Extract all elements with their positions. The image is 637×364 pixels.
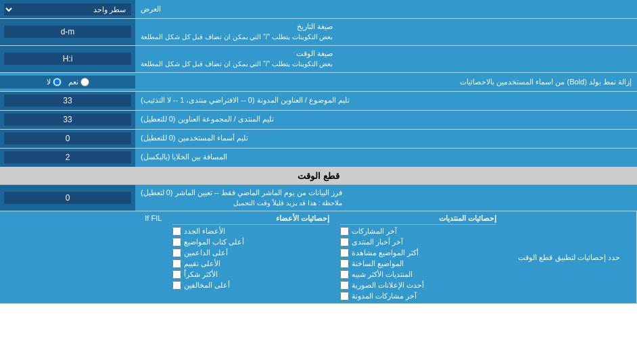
filter-recent-input[interactable] bbox=[4, 192, 131, 204]
time-format-input-cell bbox=[0, 46, 135, 72]
checkboxes-grid: إحصائيات المنتديات آخر المشاركات آخر أخب… bbox=[0, 211, 502, 303]
bold-no-label[interactable]: لا bbox=[47, 78, 62, 86]
stats-apply-label: حدد إحصائيات لتطبيق قطع الوقت bbox=[502, 211, 637, 303]
trim-forum-input-cell bbox=[0, 111, 135, 129]
cb-last-posts[interactable] bbox=[340, 227, 349, 236]
cb-col-members-header: إحصائيات الأعضاء bbox=[172, 214, 329, 225]
trim-forum-label: تليم المنتدى / المجموعة العناوين (0 للتع… bbox=[135, 111, 637, 129]
display-select[interactable]: سطر واحد bbox=[4, 3, 131, 16]
cb-most-thanked[interactable] bbox=[172, 270, 181, 279]
cb-item-announcements: أحدث الإعلانات الصورية bbox=[340, 281, 496, 290]
gap-between-input[interactable] bbox=[4, 151, 131, 163]
cb-top-rated[interactable] bbox=[172, 259, 181, 268]
trim-subjects-row: تليم الموضوع / العناوين المدونة (0 -- ال… bbox=[0, 92, 637, 111]
display-select-cell: سطر واحد bbox=[0, 0, 135, 18]
cb-item-most-thanked: الأكثر شكراً bbox=[172, 270, 329, 279]
cb-col-extra-text: If FIL bbox=[5, 214, 162, 222]
cb-col-forums: إحصائيات المنتديات آخر المشاركات آخر أخب… bbox=[335, 211, 502, 303]
cb-item-new-members: الأعضاء الجدد bbox=[172, 227, 329, 236]
date-format-row: صيغة التاريخ بعض التكوينات يتطلب "/" الت… bbox=[0, 19, 637, 46]
time-format-label: صيغة الوقت بعض التكوينات يتطلب "/" التي … bbox=[135, 46, 637, 72]
cb-announcements[interactable] bbox=[340, 281, 349, 290]
trim-subjects-input-cell bbox=[0, 92, 135, 110]
cb-blog-posts[interactable] bbox=[340, 292, 349, 301]
gap-between-row: المسافة بين الخلايا (بالبكسل) bbox=[0, 149, 637, 167]
trim-subjects-input[interactable] bbox=[4, 95, 131, 107]
trim-forum-row: تليم المنتدى / المجموعة العناوين (0 للتع… bbox=[0, 111, 637, 130]
filter-recent-input-cell bbox=[0, 185, 135, 211]
time-format-row: صيغة الوقت بعض التكوينات يتطلب "/" التي … bbox=[0, 46, 637, 73]
time-cut-header: قطع الوقت bbox=[0, 167, 637, 185]
date-format-input[interactable] bbox=[4, 26, 131, 38]
checkboxes-section: حدد إحصائيات لتطبيق قطع الوقت إحصائيات ا… bbox=[0, 211, 637, 304]
cb-similar-forums[interactable] bbox=[340, 270, 349, 279]
trim-users-row: تليم أسماء المستخدمين (0 للتعطيل) bbox=[0, 130, 637, 149]
date-format-label: صيغة التاريخ بعض التكوينات يتطلب "/" الت… bbox=[135, 19, 637, 45]
gap-between-label: المسافة بين الخلايا (بالبكسل) bbox=[135, 149, 637, 167]
cb-most-viewed[interactable] bbox=[340, 249, 349, 257]
bold-remove-options: نعم لا bbox=[0, 76, 135, 88]
filter-recent-label: فرز البيانات من يوم الماشر الماضي فقط --… bbox=[135, 185, 637, 211]
cb-item-top-violated: أعلى المخالفين bbox=[172, 281, 329, 290]
trim-users-input[interactable] bbox=[4, 132, 131, 145]
filter-recent-row: فرز البيانات من يوم الماشر الماضي فقط --… bbox=[0, 185, 637, 212]
cb-col-members: إحصائيات الأعضاء الأعضاء الجدد أعلى كتاب… bbox=[167, 211, 334, 303]
bold-no-radio[interactable] bbox=[53, 78, 62, 86]
cb-top-donors[interactable] bbox=[172, 249, 181, 257]
cb-forum-news[interactable] bbox=[340, 238, 349, 246]
display-row: العرض سطر واحد bbox=[0, 0, 637, 19]
date-format-input-cell bbox=[0, 19, 135, 45]
bold-remove-label: إزالة نمط بولد (Bold) من اسماء المستخدمي… bbox=[135, 75, 637, 89]
cb-item-hot-topics: المواضيع الساخنة bbox=[340, 259, 496, 268]
cb-item-top-donors: أعلى الداعمين bbox=[172, 249, 329, 257]
time-format-input[interactable] bbox=[4, 53, 131, 65]
cb-item-most-viewed: أكثر المواضيع مشاهدة bbox=[340, 249, 496, 257]
cb-col-forums-header: إحصائيات المنتديات bbox=[340, 214, 496, 225]
trim-users-label: تليم أسماء المستخدمين (0 للتعطيل) bbox=[135, 130, 637, 148]
display-label: العرض bbox=[135, 0, 637, 18]
trim-users-input-cell bbox=[0, 130, 135, 148]
trim-subjects-label: تليم الموضوع / العناوين المدونة (0 -- ال… bbox=[135, 92, 637, 110]
trim-forum-input[interactable] bbox=[4, 113, 131, 126]
cb-col-extra: If FIL bbox=[0, 211, 167, 303]
cb-item-last-posts: آخر المشاركات bbox=[340, 227, 496, 236]
cb-hot-topics[interactable] bbox=[340, 259, 349, 268]
cb-top-topic-writers[interactable] bbox=[172, 238, 181, 246]
bold-yes-radio[interactable] bbox=[80, 78, 89, 86]
cb-item-forum-news: آخر أخبار المنتدى bbox=[340, 238, 496, 246]
gap-between-input-cell bbox=[0, 149, 135, 167]
cb-item-similar-forums: المنتديات الأكثر شبيه bbox=[340, 270, 496, 279]
cb-top-violated[interactable] bbox=[172, 281, 181, 290]
bold-yes-label[interactable]: نعم bbox=[68, 78, 89, 86]
main-container: العرض سطر واحد صيغة التاريخ بعض التكوينا… bbox=[0, 0, 637, 304]
bold-remove-row: إزالة نمط بولد (Bold) من اسماء المستخدمي… bbox=[0, 73, 637, 92]
cb-new-members[interactable] bbox=[172, 227, 181, 236]
cb-item-blog-posts: آخر مشاركات المدونة bbox=[340, 292, 496, 301]
cb-item-top-rated: الأعلى تقييم bbox=[172, 259, 329, 268]
cb-item-top-topic-writers: أعلى كتاب المواضيع bbox=[172, 238, 329, 246]
